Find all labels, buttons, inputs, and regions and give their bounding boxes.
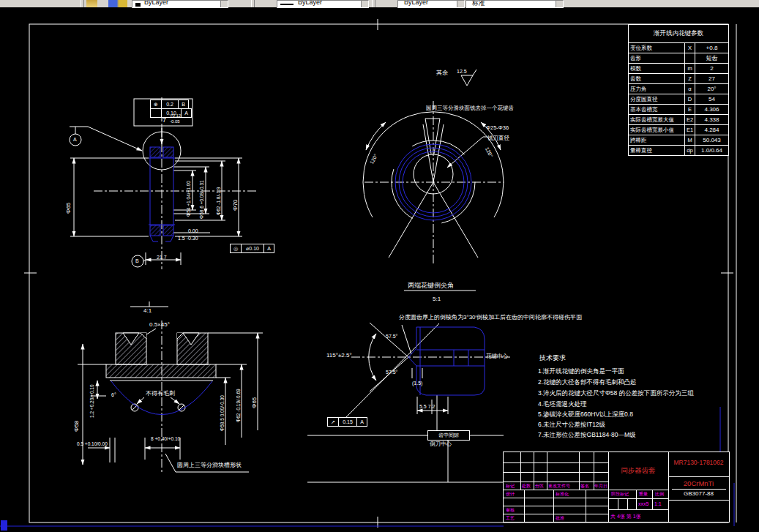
gdt-datum: A bbox=[264, 244, 274, 253]
detail51-boxed-label: 齿中间隙 bbox=[427, 430, 470, 441]
gdt-frame-runout: ↗ 0.15 A bbox=[327, 417, 367, 427]
detail51-title: 两端花键倒尖角 bbox=[408, 282, 454, 290]
detail51-dim5572: 5.5 7.2 bbox=[419, 404, 435, 410]
dim-tol-000: 0.00 bbox=[188, 228, 198, 234]
table-row: 模数 m 2 bbox=[629, 64, 728, 74]
detail41-note: 圆周上三等分滑块槽形状 bbox=[177, 462, 242, 469]
gdt-symbol-cell bbox=[150, 108, 162, 118]
gdt-frame-concentricity: ◎ ⌀0.10 A bbox=[230, 244, 274, 253]
param-value: 20° bbox=[695, 84, 728, 94]
detail51-ref15: (1.5) bbox=[412, 381, 422, 386]
param-label: 齿数 bbox=[629, 74, 685, 83]
param-label: 变位系数 bbox=[629, 43, 685, 53]
color-swatch bbox=[135, 3, 141, 7]
param-value: 4.284 bbox=[695, 125, 728, 135]
toolbar-grip[interactable] bbox=[251, 0, 255, 7]
param-symbol: M bbox=[685, 135, 695, 145]
param-label: 压力角 bbox=[629, 84, 685, 94]
tech-req-line: 1.渐开线花键的倒尖角是一平面 bbox=[538, 368, 624, 375]
tech-req-line: 4.毛坯需退火处理 bbox=[538, 401, 587, 408]
table-row: 齿形 短齿 bbox=[629, 53, 728, 64]
chevron-down-icon[interactable] bbox=[220, 1, 228, 7]
cad-application-window: ByLayer ByLayer ByLayer 标准 bbox=[0, 0, 759, 532]
detail41-no-burr-note: 不得有毛刺 bbox=[146, 391, 175, 397]
weight-value: xxx5 bbox=[638, 501, 648, 506]
detail51-spline-center: 花键中心 bbox=[486, 353, 508, 359]
gdt-concentricity-icon: ◎ bbox=[230, 244, 242, 253]
param-value: 2 bbox=[695, 64, 728, 73]
dim-width-tol-up: +0.12 bbox=[170, 113, 181, 119]
toolbar-separator bbox=[372, 0, 375, 7]
color-control-value: ByLayer bbox=[144, 0, 168, 6]
detail51-cutter-center: 倒刀中心 bbox=[430, 441, 452, 447]
tech-req-title: 技术要求 bbox=[539, 355, 566, 362]
param-value: 4.338 bbox=[695, 115, 728, 124]
toolbar-icon-layers[interactable] bbox=[108, 0, 127, 7]
param-label: 分度圆直径 bbox=[629, 94, 685, 104]
toolbar-icon-match-properties[interactable] bbox=[86, 0, 97, 7]
detail41-dia585: Φ58.5 0.00/-0.30 bbox=[220, 395, 225, 431]
table-row: 变位系数 X +0.8 bbox=[629, 43, 728, 53]
table-row: 跨棒距 M 50.043 bbox=[629, 135, 728, 146]
spline-table-title: 渐开线内花键参数 bbox=[629, 25, 728, 43]
chevron-down-icon[interactable] bbox=[556, 1, 563, 7]
datum-a-label: A bbox=[73, 137, 77, 143]
param-symbol: dp bbox=[685, 146, 695, 155]
table-row: 压力角 α 20° bbox=[629, 84, 728, 94]
param-label: 量棒直径 bbox=[629, 146, 685, 155]
rev-header-mark: 标记 bbox=[506, 484, 515, 488]
detail41-chamfer: 0.5×45° bbox=[149, 322, 170, 329]
rev-header-count: 处数 bbox=[522, 484, 531, 488]
dim-width-tol-dn: -0.05 bbox=[170, 119, 180, 124]
linetype-control-value: ByLayer bbox=[298, 0, 322, 6]
role-design: 设计 bbox=[506, 492, 515, 496]
dim-dia586: Φ58.6 +0.08/-0.31 bbox=[199, 180, 204, 219]
end-view-dimensions bbox=[363, 70, 504, 265]
param-symbol: Z bbox=[685, 74, 695, 83]
detail41-dim8: 8 +0.40/+0.10 bbox=[151, 436, 180, 441]
tech-req-line: 5.渗碳淬火硬度660HV以上深度0.8 bbox=[538, 411, 633, 418]
dim-dia54: Φ54 +1.04/+1.00 bbox=[186, 181, 191, 217]
table-row: 齿数 Z 27 bbox=[629, 74, 728, 84]
cutter-diameter-range: Φ25-Φ36 bbox=[486, 125, 509, 131]
table-row: 实际齿槽宽最小值 E1 4.284 bbox=[629, 125, 728, 135]
param-value: +0.8 bbox=[695, 43, 728, 53]
detail51-angle-dn: 57.5° bbox=[386, 370, 397, 375]
detail51-note: 分度圆齿厚上的倒棱角为3°30′倒棱加工后在齿的中间轮廓不得碰伤平面 bbox=[399, 315, 582, 321]
material-standard: GB3077-88 bbox=[668, 491, 729, 498]
weight-label: 重量 bbox=[639, 492, 648, 496]
gdt-datum: A bbox=[182, 108, 192, 118]
dim-width-nominal: 7 bbox=[162, 117, 166, 124]
param-label: 实际齿槽宽最大值 bbox=[629, 115, 685, 124]
gdt-datum: A bbox=[357, 417, 367, 427]
chevron-down-icon[interactable] bbox=[457, 1, 464, 7]
param-symbol: α bbox=[685, 84, 695, 94]
dim-21p7: 21.7 bbox=[157, 255, 167, 261]
drawing-number: MR7130-1781062 bbox=[668, 460, 729, 466]
param-symbol: E2 bbox=[685, 115, 695, 124]
table-row: 实际齿槽宽最大值 E2 4.338 bbox=[629, 115, 728, 125]
cutter-diameter-label: 铣刀直径 bbox=[487, 135, 509, 141]
dim-dia62: Φ62 -1.8/-1.9 bbox=[216, 187, 221, 215]
param-value: 4.306 bbox=[695, 105, 728, 114]
param-value: 短齿 bbox=[695, 53, 728, 63]
param-label: 基本齿槽宽 bbox=[629, 105, 685, 114]
param-value: 50.043 bbox=[695, 135, 728, 145]
detail41-angle: 6° bbox=[111, 392, 116, 398]
spline-parameter-table: 渐开线内花键参数 变位系数 X +0.8 齿形 短齿 模数 m 2 齿数 Z 2… bbox=[628, 24, 729, 156]
tech-req-line: 3.淬火后的花键大径尺寸Φ58 的公差按下面所示分为三组 bbox=[538, 390, 694, 397]
param-symbol: X bbox=[685, 43, 695, 53]
detail51-angle-total: 115°±2.5° bbox=[326, 353, 352, 359]
param-symbol: E bbox=[685, 105, 695, 114]
detail41-dia58: Φ58 bbox=[74, 421, 81, 432]
param-label: 实际齿槽宽最小值 bbox=[629, 125, 685, 135]
toolbar-grip[interactable] bbox=[81, 0, 84, 7]
detail51-angle-up: 57.5° bbox=[386, 334, 397, 340]
tech-req-line: 2.花键的大径各部不得有毛刺和凸起 bbox=[538, 379, 637, 386]
rev-header-zone: 分区 bbox=[535, 484, 544, 488]
detail41-dia65: Φ65 bbox=[252, 397, 258, 408]
gdt-tolerance: ⌀0.10 bbox=[242, 244, 264, 253]
chevron-down-icon[interactable] bbox=[361, 1, 368, 7]
detail41-dim05: 0.5 +0.10/0.00 bbox=[77, 441, 108, 446]
rev-header-docno: 更改文件号 bbox=[548, 484, 570, 488]
